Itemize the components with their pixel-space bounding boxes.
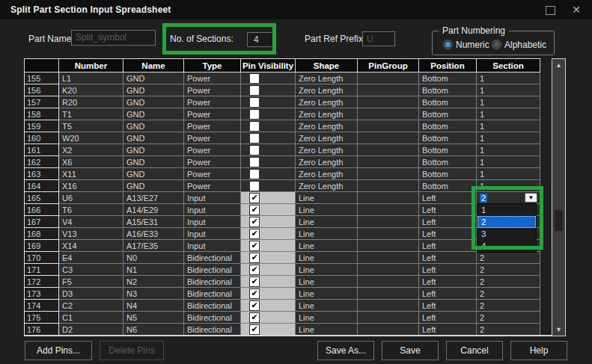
cell-shape[interactable]: Zero Length (296, 84, 358, 96)
row-header-176[interactable]: 176 (25, 324, 59, 336)
cell-name[interactable]: A13/E27 (123, 192, 184, 204)
cell-position[interactable]: Bottom (419, 156, 477, 168)
cell-shape[interactable]: Zero Length (296, 108, 358, 120)
alphabetic-radio-label[interactable]: Alphabetic (504, 40, 546, 50)
cell-number[interactable]: K20 (59, 84, 123, 96)
cell-position[interactable]: Bottom (419, 84, 477, 96)
cell-section[interactable]: 2 (477, 300, 540, 312)
cell-pin-visibility[interactable]: ✔ (241, 204, 296, 216)
cell-shape[interactable]: Zero Length (296, 120, 358, 132)
help-button[interactable]: Help (510, 341, 567, 360)
cell-name[interactable]: A16/E33 (123, 228, 184, 240)
cell-shape[interactable]: Zero Length (296, 96, 358, 108)
cell-pingroup[interactable] (358, 84, 419, 96)
row-header-168[interactable]: 168 (25, 228, 59, 240)
cell-pingroup[interactable] (358, 216, 419, 228)
cell-pin-visibility[interactable]: ✔ (241, 300, 296, 312)
cell-type[interactable]: Input (184, 240, 241, 252)
cell-position[interactable]: Left (419, 216, 477, 228)
save-button[interactable]: Save (382, 341, 439, 360)
cell-pin-visibility[interactable] (241, 168, 296, 180)
cell-section[interactable]: 1 (477, 168, 540, 180)
cell-position[interactable]: Left (419, 204, 477, 216)
cell-type[interactable]: Bidirectional (184, 252, 241, 264)
cell-shape[interactable]: Zero Length (296, 73, 358, 84)
cell-pin-visibility[interactable]: ✔ (241, 324, 296, 336)
pin-visibility-checkbox[interactable] (249, 121, 260, 132)
cell-pin-visibility[interactable]: ✔ (241, 216, 296, 228)
cell-shape[interactable]: Line (296, 300, 358, 312)
cell-pingroup[interactable] (358, 180, 419, 192)
pin-visibility-checkbox[interactable] (249, 157, 260, 167)
cell-number[interactable]: V13 (59, 228, 123, 240)
cell-type[interactable]: Input (184, 192, 241, 204)
pin-visibility-checkbox[interactable]: ✔ (249, 229, 260, 239)
cell-section[interactable]: 1 (477, 96, 540, 108)
cancel-button[interactable]: Cancel (446, 341, 503, 360)
pin-visibility-checkbox[interactable]: ✔ (249, 205, 260, 215)
cell-section[interactable]: 1 (477, 144, 540, 156)
cell-type[interactable]: Input (184, 204, 241, 216)
cell-shape[interactable]: Line (296, 252, 358, 264)
cell-number[interactable]: T6 (59, 204, 123, 216)
vertical-scrollbar[interactable]: ▲ ▼ (552, 58, 566, 336)
cell-pingroup[interactable] (358, 252, 419, 264)
cell-pin-visibility[interactable]: ✔ (241, 288, 296, 300)
part-name-field[interactable]: Split_symbol (71, 30, 156, 46)
numeric-radio-label[interactable]: Numeric (456, 40, 489, 50)
cell-position[interactable]: Left (419, 264, 477, 276)
cell-section[interactable]: 1 (477, 84, 540, 96)
cell-pingroup[interactable] (358, 276, 419, 288)
cell-shape[interactable]: Line (296, 324, 358, 336)
pin-visibility-checkbox[interactable]: ✔ (249, 241, 260, 251)
cell-section[interactable]: 1 (477, 132, 540, 144)
dropdown-option-4[interactable]: 4 (477, 240, 536, 252)
cell-pingroup[interactable] (358, 240, 419, 252)
cell-shape[interactable]: Zero Length (296, 180, 358, 192)
row-header-155[interactable]: 155 (25, 73, 59, 84)
cell-name[interactable]: A14/E29 (123, 204, 184, 216)
cell-name[interactable]: N0 (123, 252, 184, 264)
cell-pin-visibility[interactable] (241, 108, 296, 120)
cell-pin-visibility[interactable] (241, 73, 296, 84)
no-of-sections-field[interactable]: 4 (247, 32, 273, 47)
cell-pingroup[interactable] (358, 228, 419, 240)
cell-position[interactable]: Left (419, 240, 477, 252)
cell-number[interactable]: C1 (59, 312, 123, 324)
pin-visibility-checkbox[interactable]: ✔ (249, 277, 260, 287)
cell-name[interactable]: GND (123, 108, 184, 120)
cell-pingroup[interactable] (358, 96, 419, 108)
cell-type[interactable]: Bidirectional (184, 300, 241, 312)
cell-number[interactable]: X6 (59, 156, 123, 168)
row-header-170[interactable]: 170 (25, 252, 59, 264)
cell-number[interactable]: C2 (59, 300, 123, 312)
cell-position[interactable]: Bottom (419, 96, 477, 108)
cell-pin-visibility[interactable] (241, 84, 296, 96)
cell-type[interactable]: Power (184, 96, 241, 108)
cell-name[interactable]: N1 (123, 264, 184, 276)
row-header-158[interactable]: 158 (25, 108, 59, 120)
cell-name[interactable]: GND (123, 132, 184, 144)
cell-shape[interactable]: Zero Length (296, 144, 358, 156)
cell-section[interactable]: 2 (477, 324, 540, 336)
cell-type[interactable]: Power (184, 120, 241, 132)
cell-pin-visibility[interactable] (241, 132, 296, 144)
cell-position[interactable]: Left (419, 192, 477, 204)
cell-pingroup[interactable] (358, 108, 419, 120)
cell-pin-visibility[interactable]: ✔ (241, 228, 296, 240)
save-as-button[interactable]: Save As... (317, 341, 374, 360)
pin-visibility-checkbox[interactable]: ✔ (249, 217, 260, 227)
cell-position[interactable]: Bottom (419, 180, 477, 192)
cell-shape[interactable]: Line (296, 312, 358, 324)
cell-pingroup[interactable] (358, 300, 419, 312)
row-header-175[interactable]: 175 (25, 312, 59, 324)
cell-type[interactable]: Input (184, 216, 241, 228)
cell-position[interactable]: Left (419, 276, 477, 288)
cell-pingroup[interactable] (358, 120, 419, 132)
cell-position[interactable]: Bottom (419, 132, 477, 144)
cell-number[interactable]: D3 (59, 288, 123, 300)
row-header-163[interactable]: 163 (25, 168, 59, 180)
cell-name[interactable]: N3 (123, 288, 184, 300)
cell-shape[interactable]: Line (296, 192, 358, 204)
cell-pingroup[interactable] (358, 204, 419, 216)
